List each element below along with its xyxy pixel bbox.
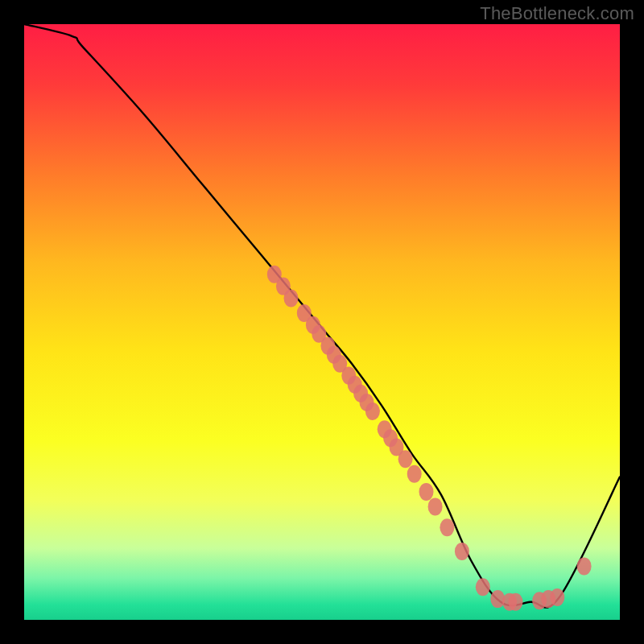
scatter-marker bbox=[550, 588, 564, 606]
scatter-marker bbox=[509, 593, 523, 611]
scatter-marker bbox=[490, 590, 505, 608]
scatter-marker bbox=[365, 402, 380, 420]
scatter-marker bbox=[419, 483, 434, 501]
scatter-marker bbox=[398, 450, 413, 468]
plot-background bbox=[24, 24, 620, 620]
chart-container: TheBottleneck.com bbox=[0, 0, 644, 644]
scatter-marker bbox=[476, 578, 490, 596]
scatter-marker bbox=[455, 543, 469, 560]
scatter-marker bbox=[428, 497, 443, 515]
chart-svg bbox=[24, 24, 620, 620]
watermark-text: TheBottleneck.com bbox=[480, 3, 634, 24]
scatter-marker bbox=[440, 518, 454, 536]
scatter-marker bbox=[577, 557, 592, 575]
scatter-marker bbox=[407, 465, 422, 483]
scatter-marker bbox=[284, 289, 299, 307]
